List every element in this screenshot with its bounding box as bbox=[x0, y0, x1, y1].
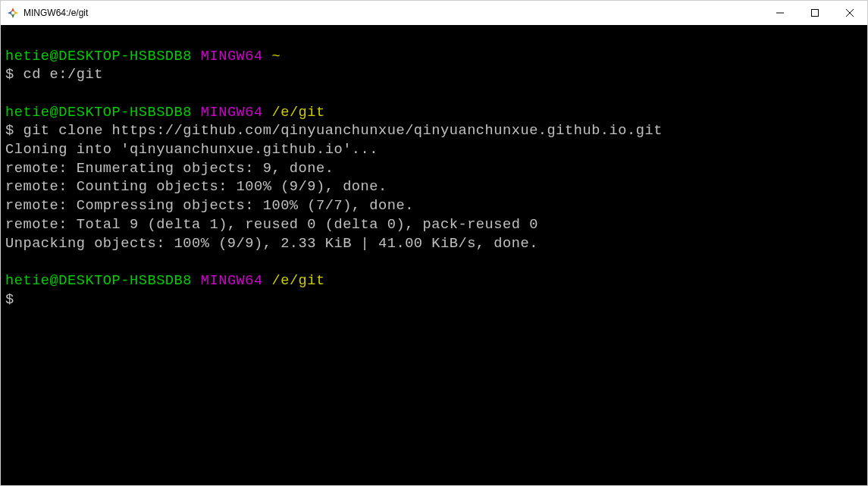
blank-line bbox=[5, 252, 863, 271]
output-line: remote: Counting objects: 100% (9/9), do… bbox=[5, 177, 863, 196]
cwd-path: ~ bbox=[271, 48, 280, 64]
user-host: hetie@DESKTOP-HSBSDB8 bbox=[5, 272, 192, 289]
user-host: hetie@DESKTOP-HSBSDB8 bbox=[5, 104, 192, 121]
cwd-path: /e/git bbox=[271, 104, 324, 121]
command-line-2: $ git clone https://github.com/qinyuanch… bbox=[5, 121, 863, 140]
prompt-symbol: $ bbox=[5, 122, 14, 139]
maximize-button[interactable] bbox=[797, 1, 832, 25]
cwd-path: /e/git bbox=[271, 272, 324, 289]
terminal-area[interactable]: hetie@DESKTOP-HSBSDB8 MINGW64 ~ $ cd e:/… bbox=[1, 25, 867, 485]
command-line-3: $ bbox=[5, 290, 863, 309]
env-label: MINGW64 bbox=[201, 48, 263, 64]
user-host: hetie@DESKTOP-HSBSDB8 bbox=[5, 48, 192, 64]
command-text: cd e:/git bbox=[23, 66, 102, 83]
prompt-symbol: $ bbox=[5, 291, 14, 308]
output-line: remote: Enumerating objects: 9, done. bbox=[5, 159, 863, 178]
output-line: remote: Total 9 (delta 1), reused 0 (del… bbox=[5, 215, 863, 234]
minimize-button[interactable] bbox=[763, 1, 797, 25]
blank-line bbox=[5, 84, 863, 103]
svg-marker-4 bbox=[14, 11, 18, 15]
close-button[interactable] bbox=[832, 1, 867, 25]
window-titlebar: MINGW64:/e/git bbox=[1, 1, 867, 25]
svg-marker-3 bbox=[8, 11, 12, 15]
prompt-line-1: hetie@DESKTOP-HSBSDB8 MINGW64 ~ bbox=[5, 47, 863, 66]
output-line: Unpacking objects: 100% (9/9), 2.33 KiB … bbox=[5, 234, 863, 253]
svg-rect-6 bbox=[812, 10, 819, 17]
output-line: remote: Compressing objects: 100% (7/7),… bbox=[5, 196, 863, 215]
prompt-line-2: hetie@DESKTOP-HSBSDB8 MINGW64 /e/git bbox=[5, 103, 863, 122]
command-text: git clone https://github.com/qinyuanchun… bbox=[23, 122, 662, 139]
blank-line bbox=[5, 28, 863, 47]
prompt-symbol: $ bbox=[5, 66, 14, 83]
output-line: Cloning into 'qinyuanchunxue.github.io'.… bbox=[5, 140, 863, 159]
command-line-1: $ cd e:/git bbox=[5, 65, 863, 84]
window-title: MINGW64:/e/git bbox=[24, 8, 88, 18]
window-controls bbox=[763, 1, 867, 25]
env-label: MINGW64 bbox=[201, 272, 263, 289]
app-icon bbox=[7, 7, 19, 19]
prompt-line-3: hetie@DESKTOP-HSBSDB8 MINGW64 /e/git bbox=[5, 271, 863, 290]
env-label: MINGW64 bbox=[201, 104, 263, 121]
